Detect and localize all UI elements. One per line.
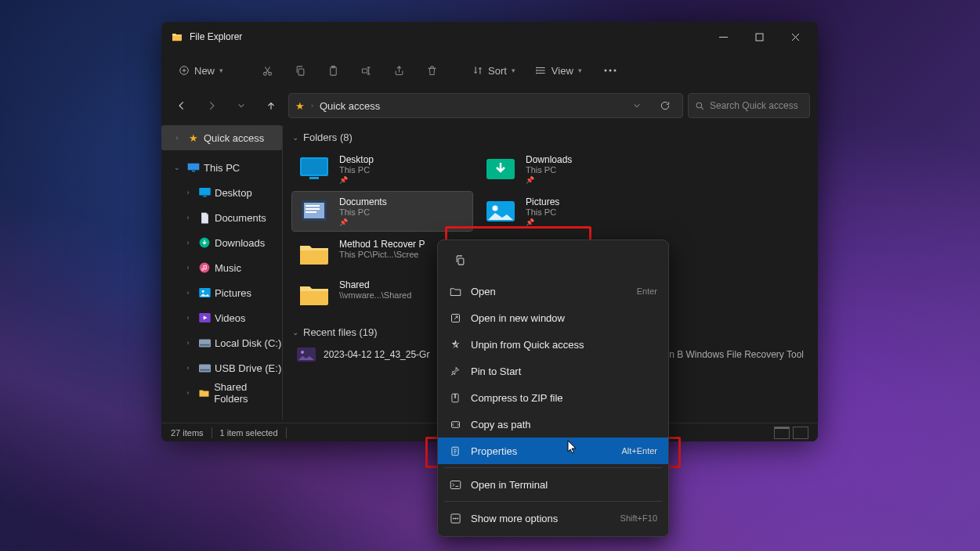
chevron-down-icon: ⌄: [292, 328, 298, 337]
svg-rect-19: [203, 196, 207, 196]
context-compress[interactable]: Compress to ZIP file: [438, 384, 668, 411]
paste-button[interactable]: [319, 58, 347, 83]
nav-row: ★ › Quick access Search Quick access: [161, 89, 818, 122]
context-menu: Open Enter Open in new window Unpin from…: [437, 239, 669, 537]
collapse-icon[interactable]: ⌄: [171, 164, 183, 171]
search-box[interactable]: Search Quick access: [688, 93, 810, 118]
sidebar-item-pictures[interactable]: ›Pictures: [161, 280, 282, 305]
sidebar-quick-access[interactable]: › ★ Quick access: [161, 125, 282, 150]
expand-icon[interactable]: ›: [182, 339, 194, 347]
document-icon: [197, 212, 212, 224]
expand-icon[interactable]: ›: [182, 189, 194, 196]
expand-icon[interactable]: ›: [182, 214, 194, 221]
share-button[interactable]: [385, 58, 413, 83]
context-open[interactable]: Open Enter: [438, 278, 668, 304]
menu-label: Unpin from Quick access: [471, 339, 584, 351]
chevron-down-icon: ▾: [578, 67, 582, 74]
unpin-icon: [449, 339, 461, 351]
minimize-button[interactable]: [705, 25, 741, 49]
expand-icon[interactable]: ›: [182, 364, 194, 372]
menu-label: Open in Terminal: [471, 479, 548, 491]
folder-name: Method 1 Recover P: [339, 239, 425, 250]
sidebar-label: Quick access: [204, 132, 264, 144]
folder-item[interactable]: Downloads This PC 📌: [479, 149, 659, 189]
usb-icon: [197, 364, 212, 373]
music-icon: [197, 262, 212, 273]
rename-button[interactable]: [352, 58, 380, 83]
expand-icon[interactable]: ›: [182, 389, 194, 397]
tiles-view-button[interactable]: [793, 427, 808, 439]
folder-icon: [297, 154, 331, 182]
expand-icon[interactable]: ›: [182, 264, 194, 272]
more-button[interactable]: [595, 58, 626, 83]
svg-rect-42: [458, 258, 464, 265]
file-name: 2023-04-12 12_43_25-Gr: [324, 349, 429, 360]
sidebar-item-label: Downloads: [215, 237, 265, 249]
svg-point-50: [453, 517, 454, 518]
folder-item[interactable]: Documents This PC 📌: [292, 192, 472, 231]
menu-label: Open in new window: [471, 312, 565, 324]
cut-button[interactable]: [253, 58, 281, 83]
folder-location: This PC\Pict...\Scree: [339, 250, 425, 259]
videos-icon: [197, 313, 212, 322]
drive-icon: [197, 339, 212, 348]
folders-group-header[interactable]: ⌄ Folders (8): [292, 131, 808, 143]
new-window-icon: [449, 312, 461, 324]
context-unpin[interactable]: Unpin from Quick access: [438, 331, 668, 358]
context-open-new-window[interactable]: Open in new window: [438, 304, 668, 331]
status-count: 27 items: [171, 428, 204, 438]
context-more-options[interactable]: Show more options Shift+F10: [438, 505, 668, 531]
sidebar-item-label: Shared Folders: [214, 381, 282, 405]
folder-item[interactable]: Desktop This PC 📌: [292, 149, 472, 189]
sidebar-item-shared-folders[interactable]: ›Shared Folders: [161, 380, 282, 405]
context-pin-start[interactable]: Pin to Start: [438, 358, 668, 384]
new-button[interactable]: New ▾: [171, 58, 231, 83]
address-dropdown-button[interactable]: [626, 95, 648, 117]
sidebar-item-videos[interactable]: ›Videos: [161, 305, 282, 330]
up-button[interactable]: [259, 93, 284, 118]
sidebar-item-label: USB Drive (E:): [215, 362, 281, 374]
context-terminal[interactable]: Open in Terminal: [438, 471, 668, 498]
sidebar-item-downloads[interactable]: ›Downloads: [161, 230, 282, 255]
context-copy-path[interactable]: Copy as path: [438, 411, 668, 438]
context-properties[interactable]: Properties Alt+Enter: [438, 438, 668, 464]
sidebar-item-usb-drive[interactable]: ›USB Drive (E:): [161, 355, 282, 380]
svg-point-23: [201, 290, 204, 293]
view-button[interactable]: View ▾: [528, 58, 590, 83]
back-button[interactable]: [169, 93, 194, 118]
sidebar-label: This PC: [204, 162, 240, 174]
expand-icon[interactable]: ›: [182, 289, 194, 297]
svg-rect-8: [362, 69, 367, 73]
maximize-button[interactable]: [741, 25, 777, 49]
svg-rect-1: [756, 34, 763, 41]
sidebar-item-desktop[interactable]: ›Desktop: [161, 180, 282, 205]
folder-name: Downloads: [526, 154, 572, 165]
pictures-icon: [197, 288, 212, 297]
copy-icon-button[interactable]: [446, 248, 474, 272]
details-view-button[interactable]: [774, 427, 790, 439]
breadcrumb-location[interactable]: Quick access: [320, 100, 380, 112]
recent-locations-button[interactable]: [229, 93, 254, 118]
expand-icon[interactable]: ›: [182, 314, 194, 322]
breadcrumb-separator: ›: [311, 102, 313, 110]
sidebar-item-local-disk[interactable]: ›Local Disk (C:): [161, 330, 282, 355]
copy-button[interactable]: [286, 58, 314, 83]
refresh-button[interactable]: [654, 95, 676, 117]
sidebar-this-pc[interactable]: ⌄ This PC: [161, 155, 282, 180]
folder-item[interactable]: Pictures This PC 📌: [479, 192, 659, 231]
expand-icon[interactable]: ›: [171, 134, 183, 142]
forward-button[interactable]: [199, 93, 224, 118]
svg-point-13: [609, 70, 611, 72]
close-button[interactable]: [777, 25, 813, 49]
address-bar[interactable]: ★ › Quick access: [288, 93, 683, 118]
svg-rect-35: [306, 205, 320, 207]
menu-label: Properties: [471, 445, 517, 457]
expand-icon[interactable]: ›: [182, 239, 194, 247]
sidebar-item-documents[interactable]: ›Documents: [161, 205, 282, 230]
pin-icon: [449, 366, 461, 376]
folder-icon: [483, 196, 518, 225]
sidebar-item-label: Desktop: [215, 187, 252, 199]
sort-button[interactable]: Sort ▾: [465, 58, 523, 83]
delete-button[interactable]: [418, 58, 446, 83]
sidebar-item-music[interactable]: ›Music: [161, 255, 282, 280]
